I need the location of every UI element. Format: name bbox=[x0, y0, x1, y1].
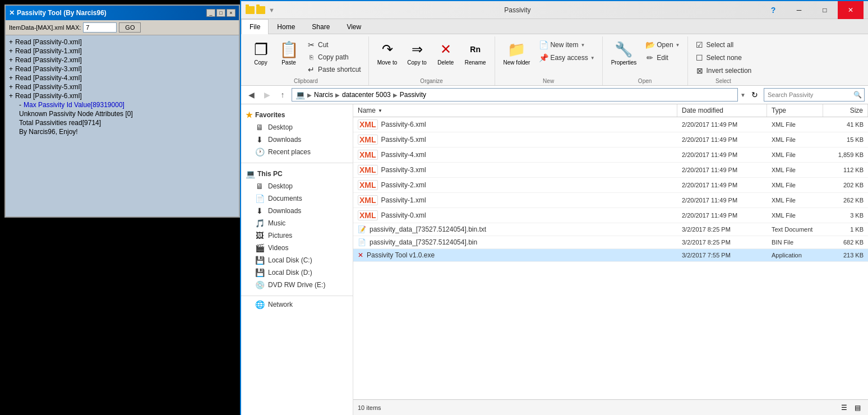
file-date: 3/2/2017 7:55 PM bbox=[677, 251, 767, 260]
col-header-name[interactable]: Name ▼ bbox=[353, 104, 677, 117]
sidebar-item-desktop-fav[interactable]: 🖥 Desktop bbox=[241, 121, 353, 133]
file-size: 262 KB bbox=[823, 196, 868, 205]
favorites-header[interactable]: ★ Favorites bbox=[241, 109, 353, 121]
sidebar-item-desktop[interactable]: 🖥 Desktop bbox=[241, 180, 353, 192]
organize-items: ↷ Move to ⇒ Copy to ✕ Delete Rn Rename bbox=[373, 39, 490, 77]
sidebar-item-recent[interactable]: 🕐 Recent places bbox=[241, 146, 353, 158]
sidebar-item-videos[interactable]: 🎬 Videos bbox=[241, 242, 353, 254]
file-type: XML File bbox=[767, 135, 823, 144]
view-buttons: ☰ ▤ bbox=[838, 402, 864, 414]
desktop-fav-icon: 🖥 bbox=[255, 123, 265, 132]
xml-icon: XML bbox=[358, 195, 378, 205]
table-row[interactable]: ✕ Passivity Tool v1.0.exe 3/2/2017 7:55 … bbox=[353, 249, 868, 262]
sort-arrow: ▼ bbox=[378, 108, 382, 113]
sidebar: ★ Favorites 🖥 Desktop ⬇ Downloads 🕐 Rece… bbox=[241, 104, 353, 415]
max-input[interactable] bbox=[83, 22, 117, 33]
copy-to-btn[interactable]: ⇒ Copy to bbox=[403, 39, 430, 67]
details-view-btn[interactable]: ▤ bbox=[851, 402, 864, 414]
delete-btn[interactable]: ✕ Delete bbox=[433, 39, 459, 67]
new-folder-btn[interactable]: 📁 New folder bbox=[500, 39, 534, 67]
refresh-btn[interactable]: ↻ bbox=[748, 88, 761, 102]
forward-btn[interactable]: ▶ bbox=[260, 88, 274, 102]
easy-access-label: Easy access bbox=[550, 54, 588, 62]
table-row[interactable]: XML Passivity-4.xml 2/20/2017 11:49 PM X… bbox=[353, 147, 868, 163]
invert-selection-label: Invert selection bbox=[707, 67, 752, 75]
rename-btn[interactable]: Rn Rename bbox=[461, 39, 490, 67]
new-item-btn[interactable]: 📄 New item ▼ bbox=[536, 39, 597, 51]
sidebar-item-downloads-fav[interactable]: ⬇ Downloads bbox=[241, 133, 353, 146]
local-d-icon: 💾 bbox=[255, 268, 265, 277]
sidebar-item-documents[interactable]: 📄 Documents bbox=[241, 192, 353, 205]
open-small-btns: 📂 Open ▼ ✏ Edit bbox=[643, 39, 682, 64]
list-view-btn[interactable]: ☰ bbox=[838, 402, 850, 414]
thispc-header[interactable]: 💻 This PC bbox=[241, 168, 353, 180]
tree-item: Read [Passivity-4.xml] bbox=[8, 73, 237, 82]
sidebar-item-dvd[interactable]: 💿 DVD RW Drive (E:) bbox=[241, 279, 353, 291]
move-to-label: Move to bbox=[377, 59, 398, 66]
table-row[interactable]: XML Passivity-2.xml 2/20/2017 11:49 PM X… bbox=[353, 178, 868, 193]
file-name-cell: XML Passivity-4.xml bbox=[353, 149, 677, 161]
tool-restore-btn[interactable]: □ bbox=[216, 9, 225, 17]
properties-btn[interactable]: 🔧 Properties bbox=[607, 39, 641, 67]
tree-item: Read [Passivity-5.xml] bbox=[8, 82, 237, 91]
restore-btn[interactable]: □ bbox=[812, 1, 838, 19]
back-btn[interactable]: ◀ bbox=[244, 88, 258, 102]
tree-item: Read [Passivity-6.xml] bbox=[8, 91, 237, 100]
sidebar-item-downloads[interactable]: ⬇ Downloads bbox=[241, 205, 353, 217]
minimize-btn[interactable]: ─ bbox=[786, 1, 812, 19]
sidebar-item-music[interactable]: 🎵 Music bbox=[241, 217, 353, 229]
up-btn[interactable]: ↑ bbox=[276, 88, 289, 102]
sidebar-item-pictures[interactable]: 🖼 Pictures bbox=[241, 229, 353, 242]
help-btn[interactable]: ? bbox=[760, 1, 786, 19]
open-btn[interactable]: 📂 Open ▼ bbox=[643, 39, 682, 51]
tab-file[interactable]: File bbox=[241, 19, 269, 34]
table-row[interactable]: 📄 passivity_data_[73527.5124054].bin 3/2… bbox=[353, 236, 868, 249]
file-name-cell: XML Passivity-0.xml bbox=[353, 209, 677, 222]
select-none-label: Select none bbox=[707, 54, 742, 62]
tool-close-btn[interactable]: × bbox=[227, 9, 236, 17]
copy-btn[interactable]: ❐ Copy bbox=[248, 39, 274, 67]
address-path[interactable]: 💻 ▶ Narcis ▶ datacenter 5003 ▶ Passivity bbox=[292, 88, 738, 102]
table-row[interactable]: XML Passivity-6.xml 2/20/2017 11:49 PM X… bbox=[353, 117, 868, 132]
go-button[interactable]: GO bbox=[119, 22, 141, 33]
select-none-btn[interactable]: ☐ Select none bbox=[692, 52, 755, 64]
copy-path-btn[interactable]: ⎘ Copy path bbox=[304, 52, 364, 63]
new-items: 📁 New folder 📄 New item ▼ 📌 Easy access bbox=[500, 39, 598, 77]
col-header-type[interactable]: Type bbox=[767, 104, 823, 117]
file-list-header: Name ▼ Date modified Type Size bbox=[353, 104, 868, 117]
paste-icon: 📋 bbox=[280, 40, 298, 58]
file-name: Passivity-3.xml bbox=[381, 166, 426, 174]
invert-selection-btn[interactable]: ⊠ Invert selection bbox=[692, 64, 755, 77]
tab-home[interactable]: Home bbox=[269, 19, 303, 34]
sidebar-item-network[interactable]: 🌐 Network bbox=[241, 298, 353, 311]
tool-minimize-btn[interactable]: _ bbox=[206, 9, 215, 17]
easy-access-btn[interactable]: 📌 Easy access ▼ bbox=[536, 52, 597, 64]
table-row[interactable]: XML Passivity-0.xml 2/20/2017 11:49 PM X… bbox=[353, 208, 868, 223]
table-row[interactable]: XML Passivity-3.xml 2/20/2017 11:49 PM X… bbox=[353, 163, 868, 178]
table-row[interactable]: XML Passivity-5.xml 2/20/2017 11:49 PM X… bbox=[353, 132, 868, 147]
sidebar-item-local-d[interactable]: 💾 Local Disk (D:) bbox=[241, 266, 353, 279]
tab-share[interactable]: Share bbox=[303, 19, 338, 34]
sidebar-item-local-c[interactable]: 💾 Local Disk (C:) bbox=[241, 254, 353, 266]
close-btn[interactable]: ✕ bbox=[838, 1, 864, 19]
tab-view[interactable]: View bbox=[338, 19, 370, 34]
sidebar-item-videos-label: Videos bbox=[268, 244, 288, 252]
cut-btn[interactable]: ✂ Cut bbox=[304, 39, 364, 51]
table-row[interactable]: XML Passivity-1.xml 2/20/2017 11:49 PM X… bbox=[353, 193, 868, 208]
tree-item: Max Passivity Id Value[89319000] bbox=[8, 100, 237, 109]
rename-label: Rename bbox=[465, 59, 486, 66]
table-row[interactable]: 📝 passivity_data_[73527.5124054].bin.txt… bbox=[353, 223, 868, 236]
select-all-btn[interactable]: ☑ Select all bbox=[692, 39, 755, 51]
move-to-btn[interactable]: ↷ Move to bbox=[373, 39, 401, 67]
col-header-size[interactable]: Size bbox=[823, 104, 868, 117]
paste-shortcut-btn[interactable]: ↵ Paste shortcut bbox=[304, 63, 364, 76]
search-input[interactable] bbox=[764, 91, 851, 98]
paste-btn[interactable]: 📋 Paste bbox=[276, 39, 302, 67]
file-type: XML File bbox=[767, 181, 823, 190]
edit-btn[interactable]: ✏ Edit bbox=[643, 52, 682, 64]
col-header-date[interactable]: Date modified bbox=[677, 104, 767, 117]
address-dropdown[interactable]: ▼ bbox=[740, 92, 746, 98]
file-date: 2/20/2017 11:49 PM bbox=[677, 165, 767, 174]
search-box: 🔍 bbox=[764, 88, 865, 102]
sidebar-item-pictures-label: Pictures bbox=[268, 232, 292, 239]
